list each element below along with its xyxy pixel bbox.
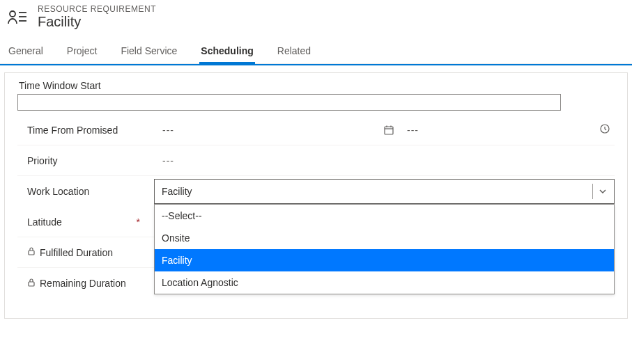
svg-rect-4: [385, 127, 393, 134]
work-location-option-facility[interactable]: Facility: [155, 249, 614, 271]
header-title: Facility: [38, 14, 156, 30]
time-from-promised-value1[interactable]: ---: [150, 125, 174, 136]
clock-icon[interactable]: [599, 123, 610, 136]
time-from-promised-value2[interactable]: ---: [401, 125, 419, 136]
time-from-promised-label: Time From Promised: [27, 125, 118, 136]
field-work-location: Work Location Facility --Select-- Onsite…: [17, 176, 615, 207]
page-header: RESOURCE REQUIREMENT Facility: [0, 0, 632, 37]
tab-general[interactable]: General: [7, 41, 45, 63]
fulfilled-duration-label: Fulfilled Duration: [40, 247, 113, 258]
work-location-label: Work Location: [27, 186, 89, 197]
form-panel: Time Window Start Time From Promised ---…: [4, 72, 628, 319]
tab-underline-bar: [0, 64, 632, 65]
latitude-label: Latitude: [27, 216, 62, 228]
tab-bar: General Project Field Service Scheduling…: [0, 37, 632, 64]
lock-icon: [27, 246, 36, 258]
work-location-select[interactable]: Facility: [154, 179, 615, 204]
time-window-start-input[interactable]: [17, 94, 561, 111]
field-time-from-promised: Time From Promised --- ---: [17, 115, 615, 145]
chevron-down-icon: [592, 184, 607, 199]
tab-scheduling[interactable]: Scheduling: [199, 41, 254, 63]
work-location-option-onsite[interactable]: Onsite: [155, 227, 614, 249]
work-location-option-select[interactable]: --Select--: [155, 205, 614, 227]
tab-project[interactable]: Project: [65, 41, 99, 63]
time-window-start-label: Time Window Start: [17, 80, 615, 91]
work-location-option-agnostic[interactable]: Location Agnostic: [155, 271, 614, 294]
svg-rect-12: [29, 251, 34, 255]
field-priority: Priority ---: [17, 145, 615, 176]
work-location-value: Facility: [162, 186, 192, 197]
work-location-dropdown: --Select-- Onsite Facility Location Agno…: [154, 204, 615, 294]
header-subtitle: RESOURCE REQUIREMENT: [38, 4, 156, 14]
resource-icon: [7, 8, 28, 26]
svg-rect-13: [29, 282, 34, 286]
priority-value[interactable]: ---: [150, 155, 174, 166]
remaining-duration-label: Remaining Duration: [40, 278, 126, 289]
required-indicator: *: [137, 216, 140, 228]
tab-field-service[interactable]: Field Service: [119, 41, 178, 63]
calendar-icon[interactable]: [383, 125, 394, 136]
svg-point-0: [10, 11, 15, 17]
field-time-window-start: Time Window Start: [17, 80, 615, 111]
lock-icon: [27, 278, 36, 290]
priority-label: Priority: [27, 155, 58, 166]
tab-related[interactable]: Related: [276, 41, 312, 63]
